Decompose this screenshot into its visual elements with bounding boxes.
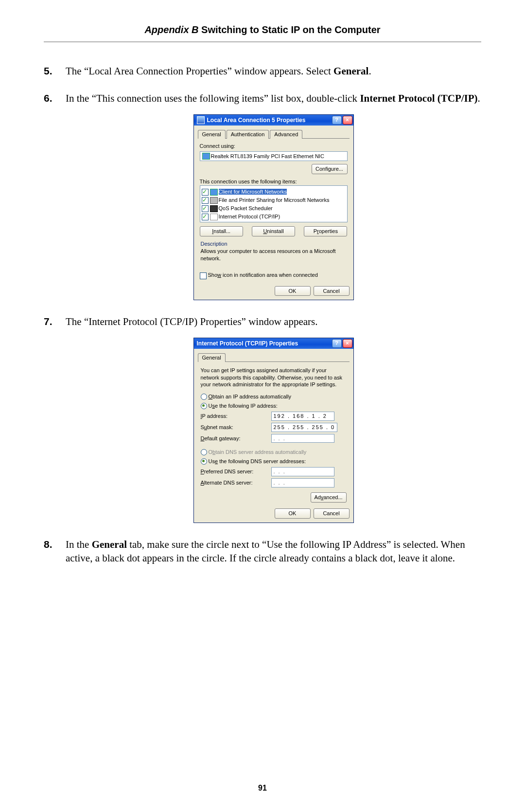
- configure-button[interactable]: Configure...: [312, 164, 348, 174]
- window-icon: [197, 116, 205, 124]
- mask-input[interactable]: 255 . 255 . 255 . 0: [271, 423, 338, 432]
- step-text: The “Internet Protocol (TCP/IP) Properti…: [66, 316, 317, 327]
- client-icon: [210, 189, 218, 196]
- page-header: Appendix B Switching to Static IP on the…: [44, 24, 481, 36]
- adapter-field: Realtek RTL8139 Family PCI Fast Ethernet…: [200, 151, 348, 162]
- uninstall-button[interactable]: Uninstall: [252, 226, 295, 236]
- window-title: Internet Protocol (TCP/IP) Properties: [197, 340, 298, 347]
- radio-static-dns[interactable]: [201, 458, 207, 465]
- items-listbox[interactable]: Client for Microsoft Networks File and P…: [200, 185, 348, 222]
- list-item[interactable]: QoS Packet Scheduler: [219, 205, 273, 211]
- ok-button[interactable]: OK: [275, 508, 311, 519]
- dns2-input[interactable]: . . .: [271, 478, 334, 487]
- dns2-label: Alternate DNS server:: [201, 479, 271, 487]
- cancel-button[interactable]: Cancel: [314, 286, 350, 296]
- blurb-text: You can get IP settings assigned automat…: [201, 367, 347, 389]
- step-number: 8.: [44, 538, 52, 551]
- tab-strip: General: [198, 353, 350, 362]
- ok-button[interactable]: OK: [275, 286, 311, 296]
- description-text: Allows your computer to access resources…: [201, 248, 347, 262]
- cancel-button[interactable]: Cancel: [314, 508, 350, 519]
- step-text: In the “This connection uses the followi…: [66, 92, 480, 104]
- tab-general[interactable]: General: [198, 353, 226, 362]
- nic-icon: [202, 153, 210, 160]
- radio-auto-ip[interactable]: [201, 394, 207, 400]
- install-button[interactable]: IInstall...nstall...: [200, 226, 243, 236]
- ip-label: IP address:: [201, 413, 271, 420]
- gateway-label: Default gateway:: [201, 435, 271, 442]
- step-text: The “Local Area Connection Properties” w…: [66, 65, 371, 77]
- help-button[interactable]: ?: [332, 339, 342, 348]
- description-heading: Description: [201, 240, 347, 248]
- radio-label: Use the following IP address:: [209, 402, 278, 410]
- titlebar[interactable]: Internet Protocol (TCP/IP) Properties ? …: [194, 338, 353, 349]
- step-number: 5.: [44, 64, 52, 78]
- document-page: Appendix B Switching to Static IP on the…: [0, 0, 525, 812]
- qos-icon: [210, 205, 218, 212]
- mask-label: Subnet mask:: [201, 424, 271, 431]
- radio-label: Use the following DNS server addresses:: [209, 458, 306, 465]
- list-item[interactable]: Internet Protocol (TCP/IP): [219, 214, 280, 219]
- tcpip-icon: [210, 214, 218, 220]
- step-number: 7.: [44, 315, 52, 328]
- dns1-input[interactable]: . . .: [271, 467, 334, 476]
- close-button[interactable]: ×: [343, 339, 352, 348]
- step-6: 6. In the “This connection uses the foll…: [44, 91, 481, 300]
- checkbox-icon[interactable]: [202, 205, 209, 212]
- tab-advanced[interactable]: Advanced: [270, 130, 302, 139]
- dns1-label: Preferred DNS server:: [201, 468, 271, 475]
- list-item[interactable]: Client for Microsoft Networks: [219, 189, 287, 195]
- page-number: 91: [0, 784, 525, 793]
- checkbox-icon[interactable]: [202, 214, 209, 220]
- show-icon-checkbox[interactable]: [200, 272, 207, 279]
- step-text: In the General tab, make sure the circle…: [66, 539, 465, 564]
- header-divider: [44, 41, 481, 42]
- radio-label: Obtain DNS server address automatically: [209, 449, 307, 456]
- titlebar[interactable]: Local Area Connection 5 Properties ? ×: [194, 115, 353, 126]
- radio-label: Obtain an IP address automatically: [209, 393, 291, 400]
- appendix-title: Switching to Static IP on the Computer: [199, 24, 381, 35]
- connect-using-label: Connect using:: [200, 143, 348, 150]
- share-icon: [210, 197, 218, 204]
- tab-strip: General Authentication Advanced: [198, 129, 350, 139]
- dialog-tcpip-properties: Internet Protocol (TCP/IP) Properties ? …: [193, 338, 354, 523]
- ip-input[interactable]: 192 . 168 . 1 . 2: [271, 412, 334, 421]
- dialog-lan-properties: Local Area Connection 5 Properties ? × G…: [193, 114, 354, 301]
- gateway-input[interactable]: . . .: [271, 434, 334, 443]
- help-button[interactable]: ?: [332, 116, 342, 125]
- tab-authentication[interactable]: Authentication: [227, 130, 269, 139]
- window-title: Local Area Connection 5 Properties: [207, 116, 306, 124]
- properties-button[interactable]: Properties: [304, 226, 347, 236]
- step-8: 8. In the General tab, make sure the cir…: [44, 538, 481, 565]
- show-icon-label: Show icon in notification area when conn…: [208, 272, 318, 278]
- radio-static-ip[interactable]: [201, 403, 207, 409]
- advanced-button[interactable]: Advanced...: [311, 492, 347, 503]
- step-number: 6.: [44, 91, 52, 105]
- tab-general[interactable]: General: [198, 130, 226, 139]
- list-item[interactable]: File and Printer Sharing for Microsoft N…: [219, 197, 330, 203]
- items-label: This connection uses the following items…: [200, 178, 348, 185]
- instruction-list: 5. The “Local Area Connection Properties…: [44, 64, 481, 565]
- checkbox-icon[interactable]: [202, 189, 209, 196]
- checkbox-icon[interactable]: [202, 197, 209, 204]
- appendix-label: Appendix B: [144, 24, 198, 35]
- radio-auto-dns: [201, 449, 207, 455]
- step-5: 5. The “Local Area Connection Properties…: [44, 64, 481, 78]
- close-button[interactable]: ×: [343, 116, 352, 125]
- step-7: 7. The “Internet Protocol (TCP/IP) Prope…: [44, 315, 481, 523]
